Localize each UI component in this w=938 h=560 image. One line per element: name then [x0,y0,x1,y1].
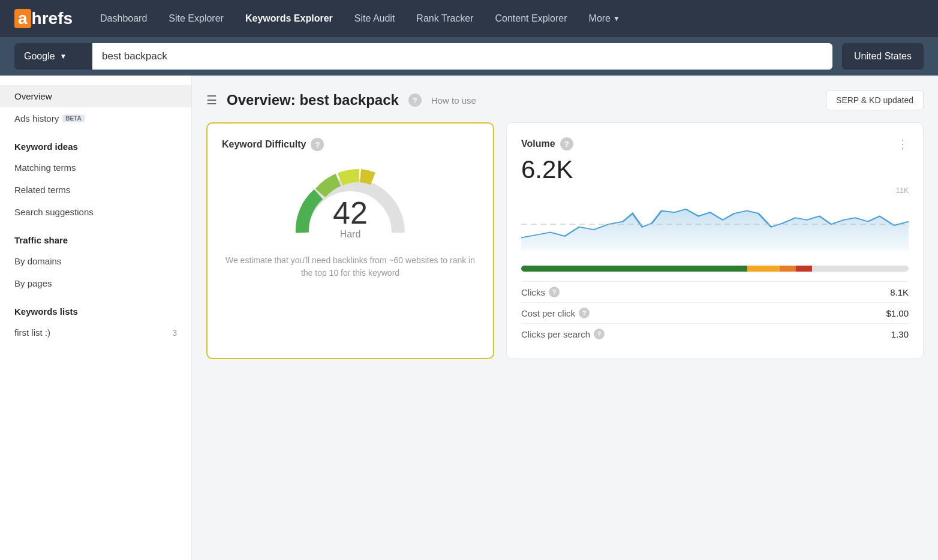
metric-cpc: Cost per click ? $1.00 [521,302,909,323]
clicks-per-search-label: Clicks per search ? [521,329,605,339]
sidebar-item-by-pages[interactable]: By pages [0,272,191,294]
volume-card: Volume ? ⋮ 6.2K 11K [506,122,924,359]
nav-content-explorer[interactable]: Content Explorer [487,8,576,29]
color-bar [521,266,909,272]
logo[interactable]: a hrefs [14,9,73,28]
metric-clicks: Clicks ? 8.1K [521,281,909,302]
search-bar: Google ▼ United States [0,37,938,76]
volume-value: 6.2K [521,155,909,184]
country-selector[interactable]: United States [842,43,924,70]
main-content: ☰ Overview: best backpack ? How to use S… [192,76,938,560]
page-header: ☰ Overview: best backpack ? How to use S… [206,90,924,110]
chevron-down-icon: ▼ [60,52,67,61]
nav-dashboard[interactable]: Dashboard [92,8,155,29]
color-bar-paid [747,266,780,272]
kd-help-icon[interactable]: ? [311,138,324,151]
volume-header: Volume ? ⋮ [521,137,909,150]
chart-svg [521,197,909,251]
main-layout: Overview Ads history BETA Keyword ideas … [0,76,938,560]
clicks-label: Clicks ? [521,287,560,297]
keywords-lists-header: Keywords lists [0,294,191,321]
how-to-use-link[interactable]: How to use [431,95,476,106]
cards-row: Keyword Difficulty ? [206,122,924,359]
color-bar-other [780,266,796,272]
volume-more-icon[interactable]: ⋮ [897,138,909,150]
sidebar-item-search-suggestions[interactable]: Search suggestions [0,201,191,223]
kd-card-title: Keyword Difficulty ? [222,138,324,151]
cpc-label: Cost per click ? [521,308,590,318]
cps-help-icon[interactable]: ? [594,329,605,339]
volume-help-icon[interactable]: ? [560,137,573,150]
hamburger-icon[interactable]: ☰ [206,93,217,107]
color-bar-noclick [796,266,812,272]
list-count: 3 [172,328,177,338]
nav-rank-tracker[interactable]: Rank Tracker [408,8,482,29]
metric-clicks-per-search: Clicks per search ? 1.30 [521,323,909,344]
nav-keywords-explorer[interactable]: Keywords Explorer [237,8,341,29]
kd-card: Keyword Difficulty ? [206,122,494,359]
svg-text:Hard: Hard [340,229,361,239]
traffic-share-header: Traffic share [0,223,191,250]
cpc-value: $1.00 [886,308,909,318]
color-bar-organic [521,266,747,272]
gauge-container: 42 Hard [222,161,479,245]
gauge-svg: 42 Hard [284,161,416,245]
sidebar-item-first-list[interactable]: first list :) 3 [0,321,191,344]
sidebar-item-by-domains[interactable]: By domains [0,250,191,272]
page-title: Overview: best backpack [227,92,399,109]
top-navigation: a hrefs Dashboard Site Explorer Keywords… [0,0,938,37]
clicks-help-icon[interactable]: ? [549,287,560,297]
sidebar-item-related-terms[interactable]: Related terms [0,179,191,201]
nav-more[interactable]: More ▼ [581,8,629,29]
cpc-help-icon[interactable]: ? [579,308,590,318]
engine-selector[interactable]: Google ▼ [14,43,92,70]
chevron-down-icon: ▼ [613,14,620,23]
logo-a: a [14,9,31,28]
clicks-per-search-value: 1.30 [891,329,909,339]
volume-chart: 11K [521,186,909,258]
chart-max-label: 11K [521,186,909,195]
nav-site-explorer[interactable]: Site Explorer [160,8,232,29]
engine-label: Google [24,51,55,62]
sidebar-item-matching-terms[interactable]: Matching terms [0,156,191,179]
svg-text:42: 42 [333,195,368,230]
kd-description: We estimate that you'll need backlinks f… [222,254,479,279]
serp-badge: SERP & KD updated [826,90,924,110]
search-input-wrapper [92,43,832,70]
keyword-ideas-header: Keyword ideas [0,130,191,156]
help-icon[interactable]: ? [408,94,422,107]
sidebar-item-overview[interactable]: Overview [0,85,191,107]
volume-title: Volume [521,139,555,149]
sidebar-item-ads-history[interactable]: Ads history BETA [0,107,191,130]
color-bar-unknown [812,266,909,272]
beta-badge: BETA [62,115,84,122]
sidebar: Overview Ads history BETA Keyword ideas … [0,76,192,560]
search-input[interactable] [102,50,823,62]
clicks-value: 8.1K [890,287,909,297]
nav-site-audit[interactable]: Site Audit [346,8,404,29]
logo-hrefs: hrefs [32,9,73,28]
